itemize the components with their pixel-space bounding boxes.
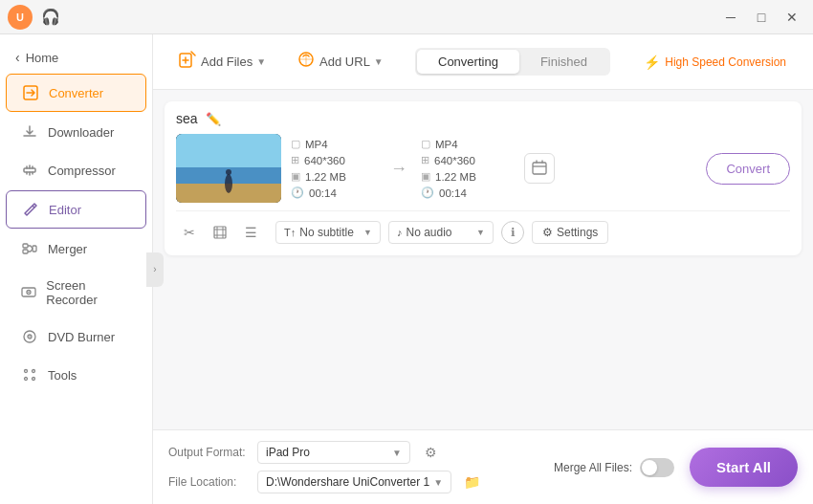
size-icon-src: ▣ bbox=[291, 170, 300, 183]
headphone-icon-btn[interactable]: 🎧 bbox=[38, 5, 63, 30]
output-format-row: Output Format: iPad Pro ▼ ⚙ bbox=[168, 440, 538, 465]
screen-recorder-label: Screen Recorder bbox=[46, 278, 131, 307]
crop-icon[interactable] bbox=[207, 219, 233, 246]
sidebar-item-dvd-burner[interactable]: DVD Burner bbox=[6, 318, 146, 355]
svg-rect-2 bbox=[23, 244, 28, 248]
tab-finished[interactable]: Finished bbox=[519, 50, 608, 74]
resolution-icon-tgt: ⊞ bbox=[421, 154, 429, 166]
file-location-chevron-icon: ▼ bbox=[433, 477, 443, 488]
output-format-settings-icon[interactable]: ⚙ bbox=[418, 440, 443, 465]
bottom-bar: Output Format: iPad Pro ▼ ⚙ File Locatio… bbox=[153, 429, 813, 504]
convert-arrow-icon: → bbox=[386, 159, 411, 179]
svg-point-21 bbox=[225, 174, 232, 193]
file-card: sea ✏️ bbox=[165, 101, 802, 255]
edit-settings-icon[interactable] bbox=[524, 153, 555, 184]
sub-audio-row: T↑ No subtitle ▼ ♪ No audio ▼ ℹ bbox=[275, 221, 608, 244]
subtitle-label: No subtitle bbox=[299, 226, 354, 239]
info-button[interactable]: ℹ bbox=[501, 221, 524, 244]
maximize-button[interactable]: □ bbox=[748, 4, 775, 31]
merge-section: Merge All Files: bbox=[554, 458, 674, 477]
file-location-label: File Location: bbox=[168, 475, 250, 489]
size-icon-tgt: ▣ bbox=[421, 170, 430, 183]
target-size: 1.22 MB bbox=[435, 171, 476, 183]
subtitle-dropdown[interactable]: T↑ No subtitle ▼ bbox=[275, 221, 381, 244]
start-all-button[interactable]: Start All bbox=[690, 448, 798, 487]
compressor-label: Compressor bbox=[48, 164, 116, 178]
format-icon: ▢ bbox=[291, 138, 300, 150]
svg-point-10 bbox=[29, 336, 31, 338]
source-size: 1.22 MB bbox=[305, 171, 346, 183]
output-format-value: iPad Pro bbox=[266, 446, 310, 459]
sidebar-item-compressor[interactable]: Compressor bbox=[6, 152, 146, 188]
audio-dropdown[interactable]: ♪ No audio ▼ bbox=[388, 221, 494, 244]
back-home[interactable]: ‹ Home bbox=[0, 42, 152, 73]
close-button[interactable]: ✕ bbox=[779, 4, 805, 31]
sidebar-item-converter[interactable]: Converter bbox=[6, 74, 146, 112]
svg-point-22 bbox=[226, 169, 231, 175]
source-format: MP4 bbox=[305, 139, 328, 150]
subtitle-chevron-icon: ▼ bbox=[363, 228, 372, 237]
high-speed-label: High Speed Conversion bbox=[665, 55, 786, 69]
lightning-icon: ⚡ bbox=[644, 55, 660, 70]
minimize-button[interactable]: ─ bbox=[717, 4, 744, 31]
settings-button[interactable]: ⚙ Settings bbox=[532, 221, 608, 244]
sidebar: ‹ Home Converter Downloader bbox=[0, 34, 153, 504]
toolbar: Add Files ▼ Add URL ▼ Converting Finishe… bbox=[153, 34, 813, 90]
svg-rect-23 bbox=[533, 163, 546, 174]
source-resolution: 640*360 bbox=[304, 155, 345, 166]
sidebar-item-downloader[interactable]: Downloader bbox=[6, 114, 146, 150]
tools-icon bbox=[21, 366, 38, 383]
screen-recorder-icon bbox=[21, 284, 36, 301]
svg-point-7 bbox=[28, 292, 30, 294]
sidebar-item-merger[interactable]: Merger bbox=[6, 230, 146, 267]
back-home-label: Home bbox=[26, 51, 59, 65]
thumbnail-image bbox=[176, 134, 281, 203]
add-files-button[interactable]: Add Files ▼ bbox=[168, 44, 275, 79]
output-format-chevron-icon: ▼ bbox=[392, 448, 402, 458]
audio-label: No audio bbox=[406, 226, 452, 239]
add-url-label: Add URL bbox=[319, 55, 370, 69]
collapse-sidebar-button[interactable]: › bbox=[146, 252, 164, 287]
add-files-chevron-icon: ▼ bbox=[256, 56, 266, 67]
cut-icon[interactable]: ✂ bbox=[176, 219, 203, 246]
titlebar: U 🎧 ─ □ ✕ bbox=[0, 0, 813, 34]
svg-rect-24 bbox=[214, 227, 226, 238]
dvd-burner-icon bbox=[21, 328, 38, 345]
convert-button[interactable]: Convert bbox=[706, 153, 790, 185]
effects-icon[interactable]: ☰ bbox=[237, 219, 264, 246]
sidebar-item-screen-recorder[interactable]: Screen Recorder bbox=[6, 269, 146, 317]
add-files-icon bbox=[178, 50, 197, 74]
source-meta: ▢ MP4 ⊞ 640*360 ▣ 1.22 MB 🕐 bbox=[291, 138, 377, 199]
toggle-knob bbox=[642, 460, 657, 475]
tab-group: Converting Finished bbox=[415, 48, 610, 76]
svg-rect-4 bbox=[33, 246, 36, 252]
file-location-row: File Location: D:\Wondershare UniConvert… bbox=[168, 470, 538, 494]
duration-icon-tgt: 🕐 bbox=[421, 186, 434, 199]
tab-converting[interactable]: Converting bbox=[417, 50, 519, 74]
sidebar-item-tools[interactable]: Tools bbox=[6, 357, 146, 393]
svg-point-13 bbox=[25, 378, 28, 381]
subtitle-icon: T↑ bbox=[284, 227, 296, 238]
edit-icon[interactable]: ✏️ bbox=[206, 112, 221, 126]
add-url-button[interactable]: Add URL ▼ bbox=[287, 44, 393, 79]
file-header: sea ✏️ bbox=[176, 111, 790, 126]
file-location-dropdown[interactable]: D:\Wondershare UniConverter 1 ▼ bbox=[257, 471, 451, 493]
output-format-dropdown[interactable]: iPad Pro ▼ bbox=[257, 441, 410, 464]
merge-toggle[interactable] bbox=[640, 458, 674, 477]
output-format-label: Output Format: bbox=[168, 446, 250, 459]
target-meta: ▢ MP4 ⊞ 640*360 ▣ 1.22 MB 🕐 bbox=[421, 138, 507, 199]
audio-icon: ♪ bbox=[397, 227, 403, 238]
app-body: ‹ Home Converter Downloader bbox=[0, 34, 813, 504]
downloader-icon bbox=[21, 123, 38, 141]
settings-gear-icon: ⚙ bbox=[542, 226, 553, 239]
high-speed-button[interactable]: ⚡ High Speed Conversion bbox=[632, 50, 798, 75]
duration-icon-src: 🕐 bbox=[291, 186, 304, 199]
file-location-folder-icon[interactable]: 📁 bbox=[459, 470, 484, 494]
target-duration: 00:14 bbox=[439, 187, 467, 199]
sidebar-item-editor[interactable]: Editor bbox=[6, 190, 146, 229]
editor-label: Editor bbox=[49, 203, 81, 217]
editor-icon bbox=[22, 201, 39, 218]
add-url-icon bbox=[297, 50, 316, 74]
user-avatar[interactable]: U bbox=[8, 5, 33, 30]
back-arrow-icon: ‹ bbox=[15, 50, 20, 65]
